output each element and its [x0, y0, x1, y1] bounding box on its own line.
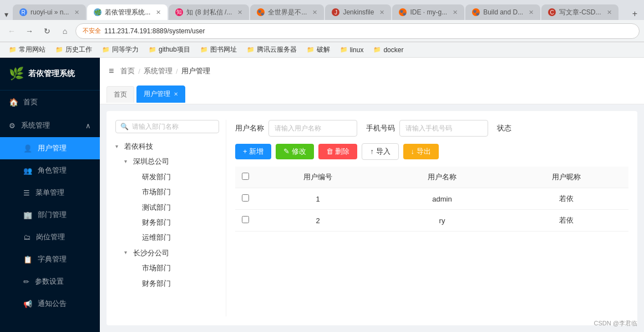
- row-checkbox-cell[interactable]: [235, 188, 256, 210]
- tab-close-btn[interactable]: ✕: [312, 9, 317, 16]
- tab-close-btn[interactable]: ✕: [74, 9, 79, 16]
- select-all-checkbox[interactable]: [242, 173, 249, 180]
- home-button[interactable]: ⌂: [58, 24, 72, 38]
- bookmark-item-7[interactable]: 📁 linux: [336, 45, 368, 55]
- dept-search-box[interactable]: 🔍: [115, 120, 219, 133]
- select-all-header[interactable]: [235, 167, 256, 188]
- username-filter-input[interactable]: [268, 120, 357, 137]
- sidebar-subitem-config[interactable]: ✏ 参数设置: [0, 270, 100, 293]
- tab-list-button[interactable]: ▾: [2, 9, 11, 20]
- app-header: ≡ 首页 / 系统管理 / 用户管理: [100, 58, 644, 84]
- bookmark-item-2[interactable]: 📁 同等学力: [98, 44, 143, 56]
- new-tab-button[interactable]: +: [629, 8, 641, 20]
- back-button[interactable]: ←: [4, 24, 19, 38]
- dept-search-input[interactable]: [132, 123, 214, 130]
- tree-node[interactable]: 财务部门: [133, 215, 219, 230]
- tab-close-btn[interactable]: ✕: [607, 9, 612, 16]
- browser-tab-tab6[interactable]: 🐾 IDE · my-g... ✕: [392, 4, 464, 20]
- export-button[interactable]: ↓ 导出: [403, 144, 439, 159]
- tab-label: ruoyi-ui » n...: [31, 8, 69, 16]
- sidebar-subitem-menu-label: 菜单管理: [36, 188, 64, 198]
- bookmark-item-3[interactable]: 📁 github项目: [144, 44, 195, 56]
- sidebar-group-system-label: 系统管理: [21, 120, 50, 130]
- browser-tab-tab4[interactable]: 🐾 全世界是不... ✕: [250, 4, 324, 20]
- bookmark-item-5[interactable]: 📁 腾讯云服务器: [242, 44, 301, 56]
- address-bar[interactable]: 不安全 111.231.74.191:8889/system/user: [75, 23, 640, 39]
- sidebar-item-home[interactable]: 🏠 首页: [0, 90, 100, 114]
- tab-home[interactable]: 首页: [107, 86, 134, 103]
- bookmark-label: 常用网站: [19, 45, 45, 54]
- notice-icon: 📢: [23, 300, 32, 308]
- browser-tab-tab2[interactable]: 🌿 若依管理系统... ✕: [87, 4, 168, 20]
- tab-close-btn[interactable]: ✕: [529, 9, 534, 16]
- system-subitems: 👤 用户管理👥 角色管理☰ 菜单管理🏢 部门管理🗂 岗位管理📋 字典管理✏ 参数…: [0, 137, 100, 315]
- bookmark-item-8[interactable]: 📁 docker: [369, 45, 408, 55]
- breadcrumb-home[interactable]: 首页: [120, 66, 135, 76]
- browser-tab-tab8[interactable]: C 写文章-CSD... ✕: [541, 4, 618, 20]
- reload-button[interactable]: ↻: [40, 24, 54, 38]
- cell-username-1: ry: [380, 210, 504, 232]
- sidebar-subitem-dept[interactable]: 🏢 部门管理: [0, 204, 100, 226]
- tree-node[interactable]: 市场部门: [133, 184, 219, 199]
- tree-node-label: 市场部门: [142, 261, 171, 274]
- tab-close-btn[interactable]: ✕: [453, 9, 458, 16]
- tree-node[interactable]: 研发部门: [133, 169, 219, 184]
- sidebar-subitem-role[interactable]: 👥 角色管理: [0, 159, 100, 182]
- tree-node[interactable]: 运维部门: [133, 230, 219, 245]
- edit-button[interactable]: ✎ 修改: [276, 144, 314, 159]
- delete-button[interactable]: 🗑 删除: [318, 144, 358, 159]
- tree-node-label: 研发部门: [142, 170, 171, 183]
- sidebar-subitem-user-label: 用户管理: [38, 143, 67, 153]
- row-checkbox-0[interactable]: [242, 194, 249, 202]
- sidebar-subitem-post[interactable]: 🗂 岗位管理: [0, 226, 100, 248]
- sidebar-subitem-user[interactable]: 👤 用户管理: [0, 137, 100, 159]
- browser-tab-tab1[interactable]: R ruoyi-ui » n... ✕: [13, 4, 86, 20]
- forward-button[interactable]: →: [22, 24, 37, 38]
- tree-arrow-icon: ▾: [124, 157, 131, 167]
- bookmark-item-0[interactable]: 📁 常用网站: [4, 44, 50, 56]
- menu-toggle-button[interactable]: ≡: [109, 66, 114, 76]
- tree-node[interactable]: 测试部门: [133, 200, 219, 215]
- address-url: 111.231.74.191:8889/system/user: [104, 27, 205, 35]
- tab-favicon: 🌿: [94, 8, 102, 16]
- sidebar-nav: 🏠 首页 ⚙ 系统管理 ∧ 👤 用户管理👥 角色管理☰ 菜单管理🏢 部门管理🗂 …: [0, 90, 100, 332]
- tree-node[interactable]: ▾ 长沙分公司: [124, 245, 219, 260]
- tab-close-btn[interactable]: ✕: [379, 9, 384, 16]
- content-inner: 🔍 ▾ 若依科技▾ 深圳总公司 研发部门 市场部门 测试部门 财务部门 运维部门…: [107, 111, 637, 325]
- bookmark-item-4[interactable]: 📁 图书网址: [196, 44, 241, 56]
- bookmark-label: github项目: [159, 45, 190, 54]
- tree-node[interactable]: 财务部门: [133, 276, 219, 291]
- tab-close-btn[interactable]: ✕: [237, 9, 242, 16]
- sidebar-subitem-notice[interactable]: 📢 通知公告: [0, 293, 100, 315]
- import-button[interactable]: ↑ 导入: [362, 143, 398, 160]
- breadcrumb: 首页 / 系统管理 / 用户管理: [120, 66, 210, 76]
- breadcrumb-sep1: /: [138, 67, 140, 76]
- bookmark-folder-icon: 📁: [149, 46, 156, 53]
- bookmark-item-6[interactable]: 📁 破解: [302, 44, 334, 56]
- config-icon: ✏: [23, 278, 29, 286]
- tab-user-management[interactable]: 用户管理 ✕: [136, 85, 185, 103]
- status-filter-label: 状态: [497, 123, 511, 133]
- bookmark-label: linux: [350, 46, 364, 54]
- tree-node[interactable]: 市场部门: [133, 260, 219, 275]
- breadcrumb-system[interactable]: 系统管理: [144, 66, 173, 76]
- browser-tab-tab7[interactable]: 🐾 Build and D... ✕: [465, 4, 540, 20]
- browser-tab-tab5[interactable]: J Jenkinsfile ✕: [325, 4, 391, 20]
- main-content: ≡ 首页 / 系统管理 / 用户管理 首页 用户管理 ✕: [100, 58, 644, 332]
- row-checkbox-cell[interactable]: [235, 210, 256, 232]
- add-button[interactable]: + 新增: [235, 144, 271, 159]
- bookmark-item-1[interactable]: 📁 历史工作: [51, 44, 97, 56]
- row-checkbox-1[interactable]: [242, 216, 249, 223]
- sidebar-subitem-menu[interactable]: ☰ 菜单管理: [0, 182, 100, 204]
- cell-nickname-1: 若依: [504, 210, 628, 232]
- app-container: 🌿 若依管理系统 🏠 首页 ⚙ 系统管理 ∧ 👤 用户管理👥 角色管理☰ 菜单管…: [0, 58, 644, 332]
- tab-user-close[interactable]: ✕: [174, 91, 178, 97]
- browser-tab-tab3[interactable]: 知 知 (8 封私信 /... ✕: [169, 4, 249, 20]
- sidebar-item-home-label: 首页: [23, 97, 38, 107]
- phone-filter-input[interactable]: [399, 120, 488, 137]
- tree-node[interactable]: ▾ 深圳总公司: [124, 154, 219, 169]
- tab-close-btn[interactable]: ✕: [156, 9, 161, 16]
- sidebar-subitem-dict[interactable]: 📋 字典管理: [0, 248, 100, 270]
- sidebar-group-system-header[interactable]: ⚙ 系统管理 ∧: [0, 114, 100, 137]
- tree-node[interactable]: ▾ 若依科技: [115, 139, 219, 154]
